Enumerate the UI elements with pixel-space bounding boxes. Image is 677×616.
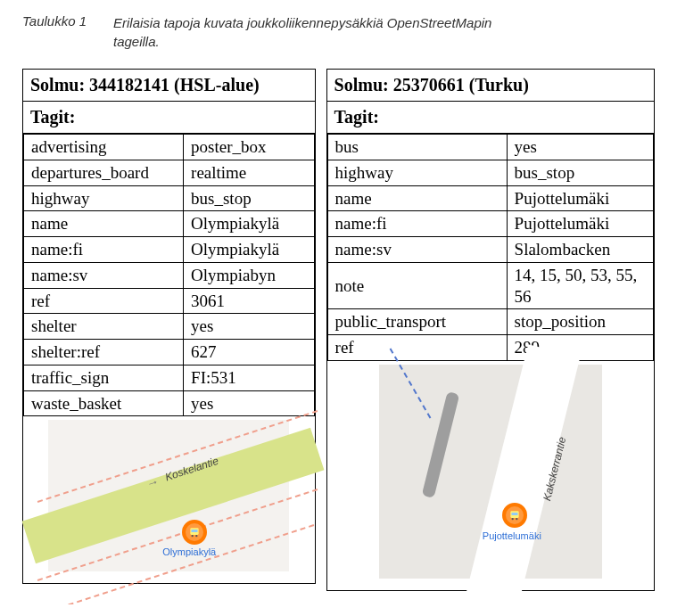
svg-point-6	[511, 518, 513, 520]
card-turku: Solmu: 25370661 (Turku) Tagit: busyeshig…	[326, 69, 655, 591]
table-row: namePujottelumäki	[327, 185, 653, 211]
tag-value: yes	[184, 314, 315, 340]
map-wrap-right: Kakskerrantie Pujottelumäki	[327, 361, 654, 590]
mini-map-right: Kakskerrantie Pujottelumäki	[379, 365, 602, 579]
table-row: ref289	[327, 335, 653, 361]
table-caption: Taulukko 1 Erilaisia tapoja kuvata joukk…	[22, 13, 655, 51]
tag-key: name:sv	[327, 237, 507, 263]
table-row: shelteryes	[24, 314, 315, 340]
tag-value: FI:531	[184, 365, 315, 390]
tag-key: bus	[327, 135, 507, 160]
card-row: Solmu: 344182141 (HSL-alue) Tagit: adver…	[22, 69, 655, 591]
tag-key: highway	[24, 185, 184, 211]
svg-rect-1	[192, 530, 198, 532]
tags-table-left: advertisingposter_boxdepartures_boardrea…	[23, 134, 315, 416]
table-row: highwaybus_stop	[24, 185, 315, 211]
tag-key: name:fi	[24, 237, 184, 263]
tags-label-right: Tagit:	[327, 102, 654, 134]
tag-value: bus_stop	[184, 185, 315, 211]
tag-value: Pujottelumäki	[507, 185, 653, 211]
table-row: name:svSlalombacken	[327, 237, 653, 263]
tag-key: name	[24, 211, 184, 237]
svg-point-2	[192, 535, 194, 537]
tag-key: ref	[327, 335, 507, 361]
mini-map-left: → Koskelantie Olympiakylä	[48, 420, 289, 571]
table-row: ref3061	[24, 288, 315, 314]
tag-key: name:sv	[24, 262, 184, 288]
tag-value: Slalombacken	[507, 237, 653, 263]
tag-key: shelter:ref	[24, 340, 184, 365]
table-row: name:fiPujottelumäki	[327, 211, 653, 237]
tag-key: note	[327, 262, 507, 309]
card-hsl: Solmu: 344182141 (HSL-alue) Tagit: adver…	[22, 69, 316, 584]
bus-icon	[508, 509, 521, 522]
bus-stop-marker-left	[182, 520, 207, 545]
table-row: note14, 15, 50, 53, 55, 56	[327, 262, 653, 309]
stop-label-right: Pujottelumäki	[483, 530, 541, 541]
table-row: name:fiOlympiakylä	[24, 237, 315, 263]
map-wrap-left: → Koskelantie Olympiakylä	[23, 416, 315, 583]
tag-key: name:fi	[327, 211, 507, 237]
tags-label-left: Tagit:	[23, 102, 315, 134]
stop-label-left: Olympiakylä	[162, 546, 216, 557]
tag-value: bus_stop	[507, 160, 653, 185]
caption-label: Taulukko 1	[22, 13, 87, 29]
tag-value: realtime	[184, 160, 315, 185]
table-row: traffic_signFI:531	[24, 365, 315, 390]
tag-key: name	[327, 185, 507, 211]
tag-key: ref	[24, 288, 184, 314]
tag-value: 3061	[184, 288, 315, 314]
tag-key: traffic_sign	[24, 365, 184, 390]
tags-table-right: busyeshighwaybus_stopnamePujottelumäkina…	[327, 134, 654, 361]
tag-value: Pujottelumäki	[507, 211, 653, 237]
svg-rect-5	[511, 513, 517, 515]
card-header-left: Solmu: 344182141 (HSL-alue)	[23, 70, 315, 102]
tag-key: waste_basket	[24, 390, 184, 416]
tag-value: Olympiakylä	[184, 211, 315, 237]
bus-stop-marker-right	[502, 503, 527, 528]
tag-value: 627	[184, 340, 315, 365]
table-row: waste_basketyes	[24, 390, 315, 416]
tag-key: departures_board	[24, 160, 184, 185]
tag-key: advertising	[24, 135, 184, 160]
tag-value: poster_box	[184, 135, 315, 160]
caption-text: Erilaisia tapoja kuvata joukkoliikennepy…	[113, 13, 541, 51]
table-row: highwaybus_stop	[327, 160, 653, 185]
tag-value: yes	[184, 390, 315, 416]
table-row: busyes	[327, 135, 653, 160]
table-row: public_transportstop_position	[327, 309, 653, 335]
svg-point-7	[516, 518, 517, 520]
svg-point-3	[195, 535, 197, 537]
tag-key: highway	[327, 160, 507, 185]
tag-key: public_transport	[327, 309, 507, 335]
table-row: nameOlympiakylä	[24, 211, 315, 237]
tag-value: stop_position	[507, 309, 653, 335]
tag-value: Olympiakylä	[184, 237, 315, 263]
table-row: advertisingposter_box	[24, 135, 315, 160]
table-row: departures_boardrealtime	[24, 160, 315, 185]
bus-icon	[188, 526, 201, 538]
table-row: shelter:ref627	[24, 340, 315, 365]
tag-value: yes	[507, 135, 653, 160]
tag-value: 14, 15, 50, 53, 55, 56	[507, 262, 653, 309]
tag-key: shelter	[24, 314, 184, 340]
table-row: name:svOlympiabyn	[24, 262, 315, 288]
tag-value: Olympiabyn	[184, 262, 315, 288]
card-header-right: Solmu: 25370661 (Turku)	[327, 70, 654, 102]
